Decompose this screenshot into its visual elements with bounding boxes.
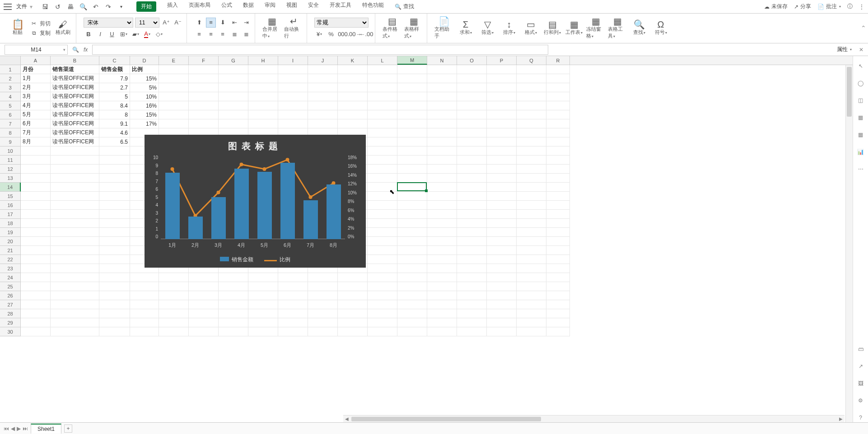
cell[interactable] (368, 92, 397, 101)
cell[interactable]: 销售渠道 (51, 65, 99, 74)
cell[interactable] (189, 282, 219, 291)
row-header[interactable]: 8 (0, 128, 21, 137)
cell[interactable] (427, 246, 457, 255)
cell[interactable] (21, 228, 51, 237)
paste-button[interactable]: 📋 粘贴 (8, 21, 27, 36)
cell[interactable]: 5月 (21, 110, 51, 119)
cell[interactable] (546, 291, 570, 300)
row-header[interactable]: 16 (0, 201, 21, 210)
cell[interactable] (457, 92, 487, 101)
cell[interactable] (51, 210, 99, 219)
more-icon[interactable]: ⋯ (856, 165, 865, 174)
cell[interactable]: 读书屋OFFICE网 (51, 92, 99, 101)
cell[interactable] (427, 128, 457, 137)
cell[interactable] (159, 110, 189, 119)
cell[interactable] (248, 119, 278, 128)
cell[interactable] (427, 282, 457, 291)
column-header[interactable]: L (368, 56, 397, 65)
cell[interactable]: 读书屋OFFICE网 (51, 83, 99, 92)
ribbon-tab-7[interactable]: 安全 (308, 1, 319, 12)
formula-input[interactable] (92, 45, 548, 55)
cell[interactable] (487, 327, 517, 336)
cell[interactable] (189, 92, 219, 101)
row-header[interactable]: 13 (0, 174, 21, 183)
cell[interactable] (130, 300, 159, 309)
cell[interactable] (487, 174, 517, 183)
ribbon-tab-4[interactable]: 数据 (243, 1, 254, 12)
cell[interactable] (21, 291, 51, 300)
cell[interactable] (457, 255, 487, 264)
align-center-button[interactable]: ≡ (206, 29, 216, 39)
spreadsheet-grid[interactable]: ABCDEFGHIJKLMNOPQR 1月份销售渠道销售金额比例21月读书屋OF… (0, 56, 853, 422)
column-header[interactable]: A (21, 56, 51, 65)
cell[interactable] (427, 192, 457, 201)
cell[interactable] (487, 318, 517, 327)
cell[interactable] (457, 74, 487, 83)
cell[interactable] (21, 255, 51, 264)
cell[interactable] (159, 282, 189, 291)
cell[interactable] (308, 309, 338, 318)
font-color-button[interactable]: A▾ (142, 29, 152, 39)
cell[interactable] (397, 110, 427, 119)
ribbon-tab-6[interactable]: 视图 (286, 1, 297, 12)
history-icon[interactable]: ↺ (53, 2, 62, 11)
cell[interactable] (397, 137, 427, 146)
table-tools-button[interactable]: ▦表格工具▾ (608, 18, 627, 39)
cell[interactable] (368, 282, 397, 291)
cell[interactable] (546, 300, 570, 309)
row-header[interactable]: 22 (0, 255, 21, 264)
cell[interactable] (51, 309, 99, 318)
cell[interactable] (397, 255, 427, 264)
cell[interactable] (159, 309, 189, 318)
cell[interactable] (397, 210, 427, 219)
cell[interactable] (189, 309, 219, 318)
cell[interactable] (248, 300, 278, 309)
unsaved-indicator[interactable]: ☁未保存 (764, 3, 788, 10)
cell[interactable] (368, 119, 397, 128)
doc-helper-button[interactable]: 📄文档助手 (434, 18, 453, 39)
cell[interactable] (487, 246, 517, 255)
cell[interactable] (248, 291, 278, 300)
justify-button[interactable]: ≣ (229, 29, 239, 39)
cell[interactable] (189, 119, 219, 128)
cell[interactable] (368, 273, 397, 282)
currency-button[interactable]: ¥▾ (314, 29, 324, 39)
cell[interactable] (487, 83, 517, 92)
row-header[interactable]: 23 (0, 264, 21, 273)
row-header[interactable]: 10 (0, 146, 21, 156)
cell[interactable] (130, 273, 159, 282)
cell[interactable] (368, 228, 397, 237)
cell[interactable] (21, 273, 51, 282)
cell[interactable] (21, 327, 51, 336)
cell[interactable] (517, 210, 546, 219)
cell[interactable] (546, 65, 570, 74)
cell[interactable] (338, 92, 368, 101)
cell[interactable] (338, 327, 368, 336)
cell[interactable] (487, 110, 517, 119)
cell[interactable]: 17% (130, 119, 159, 128)
cell[interactable] (457, 165, 487, 174)
cell[interactable] (487, 192, 517, 201)
row-header[interactable]: 9 (0, 137, 21, 146)
cell[interactable] (457, 237, 487, 246)
row-header[interactable]: 26 (0, 291, 21, 300)
cell[interactable] (546, 156, 570, 165)
cell[interactable] (546, 174, 570, 183)
align-left-button[interactable]: ≡ (194, 29, 204, 39)
cell[interactable] (51, 246, 99, 255)
cell[interactable] (368, 201, 397, 210)
increase-font-button[interactable]: A⁺ (161, 18, 171, 28)
cell[interactable] (278, 92, 308, 101)
cell[interactable] (427, 273, 457, 282)
name-box[interactable]: M14▾ (5, 45, 68, 55)
cell[interactable] (487, 237, 517, 246)
cell[interactable] (308, 110, 338, 119)
cell[interactable] (517, 192, 546, 201)
cell[interactable] (99, 318, 130, 327)
cell[interactable] (99, 201, 130, 210)
close-icon[interactable]: ✕ (859, 47, 863, 53)
cell[interactable] (248, 101, 278, 110)
overflow-icon[interactable]: ⋮ (859, 4, 864, 10)
cell[interactable] (457, 282, 487, 291)
cell[interactable] (219, 273, 248, 282)
